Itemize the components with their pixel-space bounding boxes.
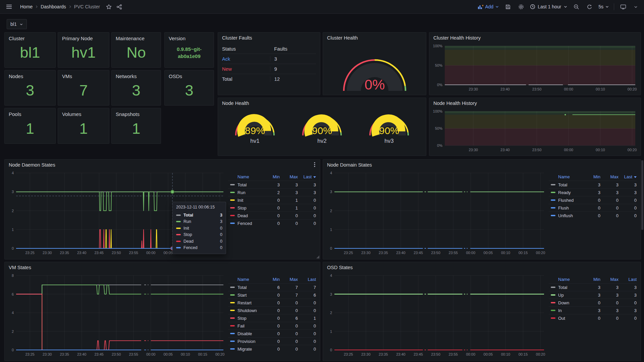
legend-header-max[interactable]: Max <box>280 174 298 179</box>
legend-row: Out000 <box>549 314 637 322</box>
legend-header-last[interactable]: Last <box>619 277 637 282</box>
legend-header-max[interactable]: Max <box>280 277 298 282</box>
series-toggle[interactable]: Total <box>228 182 262 187</box>
legend-header-last[interactable]: Last <box>298 174 316 179</box>
breadcrumb-home[interactable]: Home <box>20 4 33 9</box>
svg-text:23:25: 23:25 <box>344 251 353 255</box>
legend-row: Unflush000 <box>549 212 637 219</box>
svg-text:23:55: 23:55 <box>129 352 138 356</box>
series-toggle[interactable]: Down <box>549 300 582 305</box>
series-toggle[interactable]: Unflush <box>549 213 582 218</box>
legend-header-name[interactable]: Name <box>228 277 262 282</box>
zoom-out-icon[interactable] <box>572 3 581 11</box>
series-toggle[interactable]: Provision <box>228 339 262 344</box>
menu-icon[interactable] <box>5 3 13 11</box>
node-health-history-chart[interactable]: 0%50%100%23:3023:4023:5000:0000:1000:20 <box>430 108 639 155</box>
panel-resize-handle[interactable] <box>316 255 319 258</box>
legend-header-max[interactable]: Max <box>600 277 619 282</box>
series-toggle[interactable]: In <box>549 308 582 313</box>
legend-header-min[interactable]: Min <box>582 277 600 282</box>
legend-header-name[interactable]: Name <box>549 277 582 282</box>
legend-last: 6 <box>298 293 316 298</box>
vm-states-chart[interactable]: 0246823:2523:3023:3523:4023:4523:5023:55… <box>6 272 228 359</box>
series-color-swatch <box>176 221 181 222</box>
chevron-down-icon[interactable] <box>632 3 639 10</box>
legend-last: 3 <box>619 285 637 290</box>
series-toggle[interactable]: Total <box>228 285 262 290</box>
refresh-icon[interactable] <box>585 3 594 11</box>
panel-vm-states: VM States 0246823:2523:3023:3523:4023:45… <box>4 262 320 361</box>
panel-title: Node Daemon States <box>9 162 55 168</box>
svg-text:90%: 90% <box>312 125 332 136</box>
series-toggle[interactable]: Disable <box>228 331 262 336</box>
series-toggle[interactable]: Flushed <box>549 198 582 203</box>
series-toggle[interactable]: Up <box>549 293 582 298</box>
series-color-swatch <box>176 241 181 242</box>
svg-text:23:40: 23:40 <box>396 352 406 356</box>
series-toggle[interactable]: Out <box>549 316 582 321</box>
legend-header-last[interactable]: Last <box>619 174 637 179</box>
legend-header-name[interactable]: Name <box>228 174 262 179</box>
series-toggle[interactable]: Fenced <box>228 221 262 226</box>
legend-max: 3 <box>600 182 619 187</box>
series-color-swatch <box>230 215 235 216</box>
svg-text:00:20: 00:20 <box>215 352 225 356</box>
scrollbar[interactable] <box>641 160 643 230</box>
series-toggle[interactable]: Migrate <box>228 347 262 352</box>
series-toggle[interactable]: Stop <box>228 316 262 321</box>
kiosk-monitor-icon[interactable] <box>619 3 628 11</box>
series-toggle[interactable]: Fail <box>228 323 262 328</box>
stat-panel-vms: VMs 7 <box>58 70 109 106</box>
series-color-swatch <box>230 302 235 303</box>
legend-row: Shutdown000 <box>228 306 316 314</box>
svg-text:2: 2 <box>12 329 14 334</box>
series-toggle[interactable]: Total <box>549 285 582 290</box>
series-toggle[interactable]: Dead <box>228 213 262 218</box>
osd-states-chart[interactable]: 0123423:2523:3023:3523:4023:4523:5023:55… <box>324 272 549 359</box>
legend-header-min[interactable]: Min <box>582 174 600 179</box>
settings-gear-icon[interactable] <box>517 3 525 11</box>
legend-min: 0 <box>262 308 280 313</box>
svg-text:23:30: 23:30 <box>469 148 478 152</box>
series-toggle[interactable]: Restart <box>228 300 262 305</box>
cluster-variable-dropdown[interactable]: bl1 <box>7 19 27 29</box>
faults-header-status[interactable]: Status <box>222 46 270 52</box>
legend-header-last[interactable]: Last <box>298 277 316 282</box>
series-toggle[interactable]: Total <box>549 182 582 187</box>
legend-min: 3 <box>582 190 600 195</box>
legend-header-min[interactable]: Min <box>262 174 280 179</box>
series-toggle[interactable]: Ready <box>549 190 582 195</box>
star-icon[interactable] <box>105 3 113 11</box>
svg-text:23:50: 23:50 <box>532 87 542 91</box>
series-color-swatch <box>551 287 555 288</box>
svg-text:23:40: 23:40 <box>500 87 510 91</box>
series-toggle[interactable]: Run <box>228 190 262 195</box>
series-toggle[interactable]: Start <box>228 293 262 298</box>
svg-text:23:40: 23:40 <box>77 251 87 255</box>
legend-header-max[interactable]: Max <box>600 174 619 179</box>
time-range-picker[interactable]: Last 1 hour <box>530 4 568 9</box>
svg-text:0%: 0% <box>364 77 385 93</box>
series-toggle[interactable]: Init <box>228 198 262 203</box>
legend-last: 0 <box>619 300 637 305</box>
series-toggle[interactable]: Shutdown <box>228 308 262 313</box>
cluster-health-history-chart[interactable]: 0%50%100%23:3023:4023:5000:0000:1000:20 <box>430 43 639 94</box>
legend-min: 0 <box>582 205 600 210</box>
legend-row: Init010 <box>228 196 316 204</box>
cluster-faults-table: StatusFaultsAck3New9Total12 <box>218 43 320 84</box>
series-toggle[interactable]: Stop <box>228 205 262 210</box>
legend-header-min[interactable]: Min <box>262 277 280 282</box>
stat-panel-version: Version 0.9.85~git-ab0a1e09 <box>164 32 214 68</box>
series-toggle[interactable]: Flush <box>549 205 582 210</box>
refresh-interval-picker[interactable]: 5s <box>598 4 609 9</box>
legend-header-name[interactable]: Name <box>549 174 582 179</box>
save-dashboard-icon[interactable] <box>504 3 512 11</box>
add-button[interactable]: Add <box>478 4 499 9</box>
faults-header-faults[interactable]: Faults <box>270 46 316 52</box>
node-domain-states-chart[interactable]: 0123423:2523:3023:3523:4023:4523:5023:55… <box>324 170 549 258</box>
faults-table-row: Total12 <box>222 74 316 84</box>
breadcrumb-dashboards[interactable]: Dashboards <box>41 4 66 9</box>
share-icon[interactable] <box>115 3 123 11</box>
panel-menu-kebab-icon[interactable] <box>313 162 316 168</box>
legend-min: 0 <box>582 300 600 305</box>
